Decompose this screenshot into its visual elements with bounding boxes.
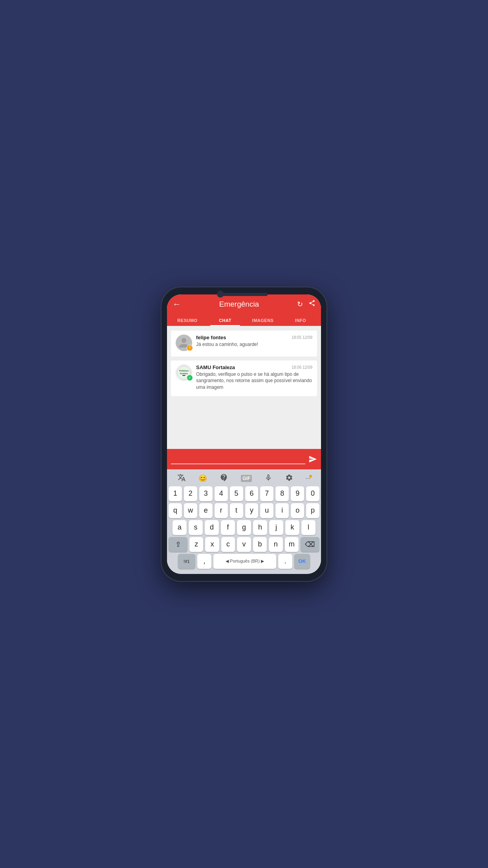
key-f[interactable]: f [221,520,235,535]
avatar-wrap-samu: Prefeitura Fortaleza ✓ [176,364,192,381]
tab-info[interactable]: INFO [282,314,319,326]
key-7[interactable]: 7 [260,486,273,501]
key-4[interactable]: 4 [215,486,228,501]
keyboard-row-asdf: a s d f g h j k l [169,520,319,535]
share-icon[interactable] [308,300,316,309]
key-x[interactable]: x [205,537,219,552]
chat-area: ? felipe fontes 18:05 12/09 Já estou a c… [167,326,321,449]
key-n[interactable]: n [269,537,283,552]
key-0[interactable]: 0 [306,486,319,501]
key-b[interactable]: b [253,537,267,552]
avatar-badge-check: ✓ [187,375,193,381]
key-h[interactable]: h [253,520,267,535]
key-c[interactable]: c [221,537,235,552]
tab-chat[interactable]: CHAT [206,314,244,326]
refresh-icon[interactable]: ↻ [297,300,303,309]
key-g[interactable]: g [237,520,251,535]
key-s[interactable]: s [189,520,203,535]
message-sender-row-samu: SAMU Fortaleza 18:06 12/09 [196,364,312,370]
message-header: ? felipe fontes 18:05 12/09 Já estou a c… [176,335,312,351]
emoji-icon[interactable]: 😊 [198,474,207,483]
phone-screen: ← Emergência ↻ RESUMO CHAT IMAGENS INFO [167,294,321,574]
key-5[interactable]: 5 [230,486,243,501]
key-a[interactable]: a [172,520,187,535]
key-u[interactable]: u [260,503,273,518]
message-time: 18:05 12/09 [292,335,312,340]
key-9[interactable]: 9 [291,486,304,501]
send-button[interactable] [308,455,317,463]
key-d[interactable]: d [205,520,219,535]
translate-icon[interactable] [177,473,186,484]
phone-frame: ← Emergência ↻ RESUMO CHAT IMAGENS INFO [161,287,327,581]
key-w[interactable]: w [184,503,197,518]
key-1[interactable]: 1 [169,486,182,501]
message-meta-samu: SAMU Fortaleza 18:06 12/09 Obrigado, ver… [196,364,312,391]
tab-resumo[interactable]: RESUMO [169,314,206,326]
key-k[interactable]: k [285,520,299,535]
keyboard: 😊 GIF ··· [167,469,321,574]
avatar-badge-question: ? [187,345,193,351]
message-card: Prefeitura Fortaleza ✓ SAMU Fortaleza 18… [171,360,317,396]
keyboard-toolbar: 😊 GIF ··· [169,472,319,486]
period-key[interactable]: . [278,554,292,569]
message-input[interactable] [171,454,305,464]
comma-key[interactable]: , [197,554,211,569]
gif-icon[interactable]: GIF [241,475,252,482]
key-z[interactable]: z [189,537,203,552]
key-q[interactable]: q [169,503,182,518]
input-bar [167,449,321,469]
message-sender-row: felipe fontes 18:05 12/09 [196,335,312,340]
key-t[interactable]: t [230,503,243,518]
app-bar-icons: ↻ [297,300,316,309]
app-title: Emergência [185,300,293,309]
app-bar: ← Emergência ↻ [167,294,321,314]
backspace-key[interactable]: ⌫ [301,537,319,552]
key-2[interactable]: 2 [184,486,197,501]
tabs: RESUMO CHAT IMAGENS INFO [167,314,321,326]
key-v[interactable]: v [237,537,251,552]
svg-rect-3 [182,375,185,376]
key-i[interactable]: i [275,503,289,518]
keyboard-row-zxcv: ⇧ z x c v b n m ⌫ [169,537,319,552]
sym-key[interactable]: !#1 [178,554,195,569]
shift-key[interactable]: ⇧ [169,537,187,552]
keyboard-row-bottom: !#1 , ◀ Português (BR) ▶ . OK [169,554,319,569]
back-button[interactable]: ← [172,299,181,309]
svg-text:Fortaleza: Fortaleza [180,373,188,375]
message-meta: felipe fontes 18:05 12/09 Já estou a cam… [196,335,312,348]
key-m[interactable]: m [285,537,299,552]
tab-imagens[interactable]: IMAGENS [244,314,282,326]
key-y[interactable]: y [245,503,259,518]
mic-icon[interactable] [264,474,272,484]
key-j[interactable]: j [269,520,283,535]
key-e[interactable]: e [199,503,213,518]
key-l[interactable]: l [301,520,316,535]
key-o[interactable]: o [291,503,304,518]
ok-key[interactable]: OK [294,554,310,569]
keyboard-row-numbers: 1 2 3 4 5 6 7 8 9 0 [169,486,319,501]
space-key[interactable]: ◀ Português (BR) ▶ [213,554,276,569]
message-sender-samu: SAMU Fortaleza [196,364,235,370]
svg-text:Prefeitura: Prefeitura [179,370,189,372]
key-p[interactable]: p [306,503,319,518]
message-card: ? felipe fontes 18:05 12/09 Já estou a c… [171,331,317,357]
key-3[interactable]: 3 [199,486,213,501]
message-sender: felipe fontes [196,335,226,340]
message-header: Prefeitura Fortaleza ✓ SAMU Fortaleza 18… [176,364,312,391]
more-icon[interactable]: ··· [306,475,311,482]
message-text: Já estou a caminho, aguarde! [196,341,312,348]
sticker-icon[interactable] [220,473,228,484]
message-time-samu: 18:06 12/09 [292,365,312,370]
key-8[interactable]: 8 [275,486,289,501]
keyboard-row-qwerty: q w e r t y u i o p [169,503,319,518]
key-6[interactable]: 6 [245,486,259,501]
key-r[interactable]: r [215,503,228,518]
avatar-wrap: ? [176,335,192,351]
message-text-samu: Obrigado, verifique o pulso e se há algu… [196,371,312,391]
settings-icon[interactable] [285,474,293,484]
